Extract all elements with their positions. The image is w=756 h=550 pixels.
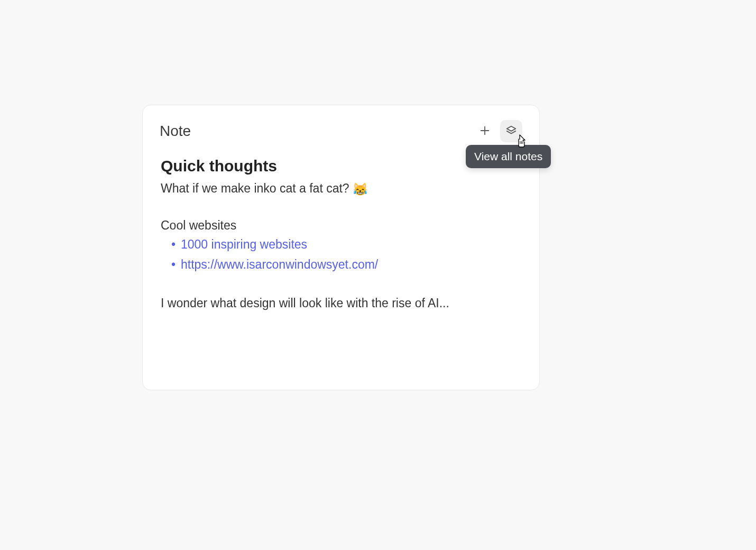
note-subheading: Cool websites: [161, 218, 521, 233]
spacer: [161, 199, 521, 218]
note-link[interactable]: https://www.isarconwindowsyet.com/: [181, 258, 378, 271]
note-link-list: 1000 inspiring websites https://www.isar…: [161, 235, 521, 275]
view-all-notes-button[interactable]: [500, 120, 522, 142]
list-item: https://www.isarconwindowsyet.com/: [171, 255, 521, 275]
view-all-notes-tooltip: View all notes: [466, 145, 551, 168]
note-body-text: What if we make inko cat a fat cat?: [161, 181, 353, 195]
list-item: 1000 inspiring websites: [171, 235, 521, 255]
svg-marker-2: [507, 126, 516, 131]
note-header: Note: [160, 120, 522, 142]
note-actions: [474, 120, 522, 142]
note-footer-text: I wonder what design will look like with…: [161, 294, 521, 313]
layers-icon: [505, 125, 517, 138]
cat-emoji: 😹: [353, 180, 368, 199]
spacer: [161, 275, 521, 294]
plus-icon: [479, 125, 491, 138]
note-link[interactable]: 1000 inspiring websites: [181, 237, 307, 251]
add-note-button[interactable]: [474, 120, 496, 142]
card-label: Note: [160, 123, 191, 140]
note-body-line: What if we make inko cat a fat cat? 😹: [161, 179, 521, 199]
note-body[interactable]: Quick thoughts What if we make inko cat …: [160, 157, 522, 313]
